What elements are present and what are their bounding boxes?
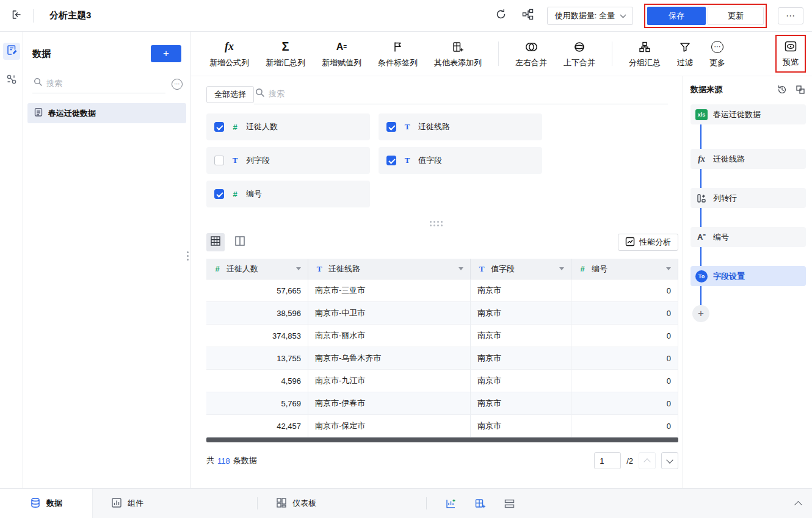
- tab-data[interactable]: 数据: [0, 489, 93, 518]
- cell: 南京市: [471, 392, 571, 415]
- step-assign[interactable]: A= 编号: [691, 227, 806, 247]
- caret-down-icon[interactable]: [666, 267, 671, 270]
- add-table-button[interactable]: [472, 495, 488, 511]
- table-horizontal-scrollbar[interactable]: [206, 437, 678, 442]
- flow-icon: [522, 9, 534, 23]
- toolbar-merge-left-right[interactable]: 左右合并: [515, 40, 547, 68]
- field-label: 迁徙人数: [246, 121, 278, 132]
- data-volume-dropdown[interactable]: 使用数据量: 全量: [547, 7, 633, 25]
- add-chart-icon: [445, 498, 457, 509]
- toolbar-filter[interactable]: 过滤: [677, 40, 693, 68]
- add-chart-button[interactable]: [443, 495, 459, 511]
- page-input[interactable]: [594, 452, 621, 469]
- table-footer: 共 118 条数据 /2: [206, 452, 678, 469]
- toolbar-summary-column[interactable]: Σ 新增汇总列: [266, 40, 305, 68]
- toolbar-formula-column[interactable]: fx 新增公式列: [209, 40, 249, 68]
- toolbar-preview[interactable]: 预览: [783, 39, 799, 68]
- performance-analysis-button[interactable]: 性能分析: [618, 234, 678, 251]
- search-options-button[interactable]: ⋯: [172, 79, 183, 90]
- checkbox[interactable]: [386, 156, 396, 165]
- performance-label: 性能分析: [639, 237, 671, 248]
- add-list-button[interactable]: [501, 495, 517, 511]
- data-source-panel: 数据来源: [683, 76, 812, 488]
- field-chip[interactable]: T 迁徙线路: [379, 113, 542, 140]
- toolbar-merge-top-bottom[interactable]: 上下合并: [564, 40, 595, 68]
- exit-button[interactable]: [0, 0, 33, 31]
- grid-view-button[interactable]: [206, 233, 225, 251]
- search-icon: [34, 77, 42, 88]
- prev-page-button[interactable]: [639, 452, 656, 469]
- dataset-list-item[interactable]: 春运迁徙数据: [27, 103, 186, 123]
- column-header[interactable]: T 迁徙线路: [308, 259, 471, 279]
- toolbar-more[interactable]: ⋯ 更多: [709, 40, 725, 68]
- refresh-icon: [495, 9, 507, 23]
- bottombar-divider: [426, 497, 427, 509]
- add-step-button[interactable]: +: [692, 305, 709, 322]
- cell: 南京市-伊春市: [308, 392, 471, 415]
- annotation-preview: 预览: [775, 35, 806, 73]
- checkbox[interactable]: [386, 122, 396, 132]
- rail-edit-button[interactable]: [3, 43, 20, 60]
- field-settings-icon: To: [695, 270, 708, 282]
- cell: 38,596: [206, 302, 308, 325]
- refresh-button[interactable]: [493, 8, 509, 24]
- circle-ellipsis-icon: ⋯: [711, 41, 723, 53]
- flow-button[interactable]: [520, 8, 536, 24]
- caret-down-icon[interactable]: [559, 267, 564, 270]
- toolbar-label: 左右合并: [515, 57, 547, 68]
- column-header[interactable]: # 迁徙人数: [206, 259, 308, 279]
- ellipsis-icon: ⋯: [174, 81, 180, 87]
- column-header[interactable]: # 编号: [571, 259, 678, 279]
- content-area: fx 新增公式列 Σ 新增汇总列 A= 新增赋值列 条件标签列: [191, 32, 812, 488]
- step-field-settings[interactable]: To 字段设置: [691, 266, 806, 286]
- panel-resize-handle[interactable]: [187, 251, 189, 261]
- tab-component[interactable]: 组件: [93, 489, 162, 518]
- text-type-icon: T: [403, 122, 411, 132]
- topbar-more-button[interactable]: ⋯: [778, 7, 803, 24]
- field-chip[interactable]: # 编号: [206, 181, 370, 207]
- step-col-to-row[interactable]: 列转行: [691, 188, 806, 208]
- step-source-table[interactable]: xls 春运迁徙数据: [691, 104, 806, 124]
- plus-icon: +: [163, 48, 169, 60]
- field-chip[interactable]: # 迁徙人数: [206, 113, 370, 140]
- collapse-panel-button[interactable]: [796, 499, 801, 508]
- caret-down-icon[interactable]: [459, 267, 463, 270]
- toolbar-label: 条件标签列: [378, 57, 418, 68]
- next-page-button[interactable]: [661, 452, 678, 469]
- column-view-button[interactable]: [231, 233, 249, 251]
- ellipsis-icon: ⋯: [786, 10, 796, 21]
- rail-relation-button[interactable]: [3, 72, 20, 89]
- toolbar-other-table-column[interactable]: 其他表添加列: [434, 40, 482, 68]
- step-formula[interactable]: fx 迁徙线路: [691, 149, 806, 169]
- tab-dashboard[interactable]: 仪表板: [258, 489, 335, 518]
- field-chip[interactable]: T 值字段: [379, 147, 542, 174]
- checkbox[interactable]: [214, 122, 224, 132]
- field-search-input[interactable]: [269, 89, 667, 98]
- update-button[interactable]: 更新: [708, 7, 764, 25]
- number-type-icon: #: [578, 264, 587, 273]
- tab-label: 仪表板: [292, 498, 316, 509]
- step-label: 编号: [713, 232, 729, 243]
- field-chip[interactable]: T 列字段: [206, 147, 370, 174]
- toolbar-assign-column[interactable]: A= 新增赋值列: [322, 40, 361, 68]
- cell: 0: [571, 415, 678, 437]
- database-icon: [30, 497, 41, 510]
- left-icon-rail: [0, 32, 23, 488]
- toolbar-group-summary[interactable]: 分组汇总: [629, 40, 661, 68]
- history-button[interactable]: [777, 84, 788, 95]
- section-drag-handle[interactable]: [425, 221, 449, 228]
- field-label: 编号: [246, 189, 262, 200]
- add-table-icon: [474, 498, 486, 509]
- save-button[interactable]: 保存: [647, 7, 706, 25]
- toolbar-condition-column[interactable]: 条件标签列: [378, 40, 418, 68]
- caret-down-icon[interactable]: [296, 267, 301, 270]
- checkbox[interactable]: [214, 156, 224, 165]
- data-source-title: 数据来源: [691, 84, 722, 95]
- checkbox[interactable]: [214, 189, 224, 199]
- layout-switch-button[interactable]: [795, 84, 806, 95]
- add-dataset-button[interactable]: +: [151, 45, 181, 62]
- dataset-search-input[interactable]: [46, 79, 164, 88]
- select-all-button[interactable]: 全部选择: [206, 86, 254, 103]
- column-header[interactable]: T 值字段: [471, 259, 571, 279]
- field-label: 列字段: [246, 155, 270, 166]
